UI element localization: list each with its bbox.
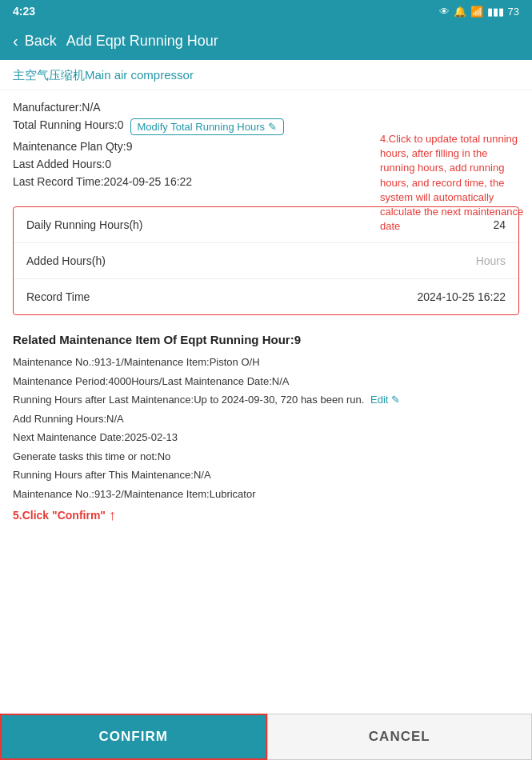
maintenance-section: Related Maintenance Item Of Eqpt Running… (0, 323, 532, 502)
signal-icon: ▮▮▮ (487, 6, 504, 18)
total-hours-label: Total Running Hours:0 (13, 118, 124, 131)
record-time-value[interactable]: 2024-10-25 16:22 (417, 290, 506, 303)
status-time: 4:23 (13, 5, 35, 18)
bell-icon: 🔔 (454, 6, 466, 18)
record-time-label: Record Time (26, 290, 90, 303)
info-row-manufacturer: Manufacturer:N/A (13, 98, 519, 116)
battery-icon: 73 (508, 6, 519, 18)
manufacturer-label: Manufacturer:N/A (13, 101, 101, 114)
maintenance-item-0: Maintenance No.:913-1/Maintenance Item:P… (13, 354, 519, 370)
modify-total-hours-button[interactable]: Modify Total Running Hours ✎ (130, 118, 284, 135)
last-record-label: Last Record Time:2024-09-25 16:22 (13, 175, 192, 188)
cancel-button[interactable]: CANCEL (267, 714, 533, 760)
back-button-label[interactable]: Back (25, 33, 57, 50)
click-instruction: 5.Click "Confirm" ↑ (0, 505, 532, 526)
header: ‹ Back Add Eqpt Running Hour (0, 22, 532, 60)
page-subtitle: 主空气压缩机Main air compressor (0, 60, 532, 90)
maintenance-item-1: Maintenance Period:4000Hours/Last Mainte… (13, 374, 519, 390)
record-time-row: Record Time 2024-10-25 16:22 (14, 279, 518, 314)
maintenance-item-2: Running Hours after Last Maintenance:Up … (13, 392, 519, 408)
status-bar: 4:23 👁 🔔 📶 ▮▮▮ 73 (0, 0, 532, 22)
added-hours-label: Added Hours(h) (26, 254, 106, 267)
arrow-up-icon: ↑ (109, 508, 116, 522)
wifi-icon: 📶 (470, 6, 483, 18)
maintenance-item-7: Maintenance No.:913-2/Maintenance Item:L… (13, 486, 519, 502)
header-title: Add Eqpt Running Hour (66, 33, 218, 50)
last-added-label: Last Added Hours:0 (13, 158, 111, 170)
added-hours-row: Added Hours(h) Hours (14, 243, 518, 279)
status-icons: 👁 🔔 📶 ▮▮▮ 73 (439, 6, 519, 18)
button-row: CONFIRM CANCEL (0, 714, 532, 760)
instruction-text: 5.Click "Confirm" (13, 509, 106, 522)
edit-icon: ✎ (268, 121, 277, 133)
confirm-button[interactable]: CONFIRM (0, 714, 267, 760)
maintenance-item-6: Running Hours after This Maintenance:N/A (13, 467, 519, 483)
added-hours-value[interactable]: Hours (476, 254, 506, 267)
eye-icon: 👁 (439, 6, 450, 18)
maintenance-item-5: Generate tasks this time or not:No (13, 449, 519, 465)
maintenance-title: Related Maintenance Item Of Eqpt Running… (13, 333, 519, 346)
back-arrow-icon[interactable]: ‹ (13, 32, 18, 50)
maintenance-item-3: Add Running Hours:N/A (13, 411, 519, 427)
tooltip-annotation: 4.Click to update total running hours, a… (380, 132, 524, 234)
plan-qty-label: Maintenance Plan Qty:9 (13, 140, 132, 153)
daily-hours-label: Daily Running Hours(h) (26, 218, 143, 231)
edit-running-hours-link[interactable]: Edit ✎ (370, 394, 400, 406)
maintenance-item-4: Next Maintenance Date:2025-02-13 (13, 430, 519, 446)
